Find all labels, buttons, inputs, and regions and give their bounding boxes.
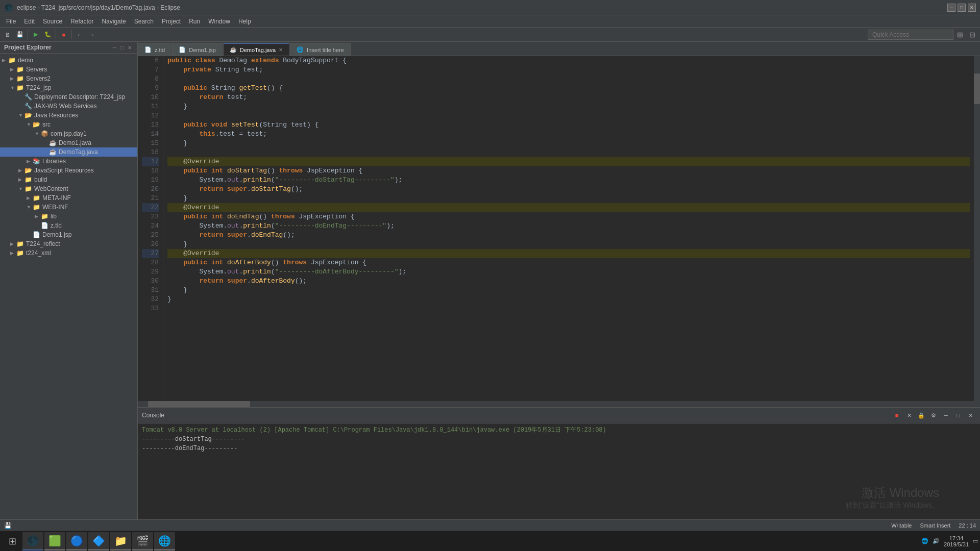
tab-close[interactable]: ✕: [279, 47, 283, 53]
tree-item-t224_xml[interactable]: ▶📁t224_xml: [0, 248, 137, 258]
code-editor[interactable]: 6789101112131415161718192021222324252627…: [138, 56, 980, 401]
tree-item-demotagjava[interactable]: ☕DemoTag.java: [0, 147, 137, 157]
sidebar-minimize[interactable]: ─: [111, 44, 118, 51]
close-button[interactable]: ✕: [968, 4, 976, 12]
editor-scrollbar[interactable]: [974, 56, 980, 401]
start-button[interactable]: ⊞: [2, 532, 22, 550]
taskbar-show-desktop[interactable]: ▭: [973, 538, 978, 544]
tree-item-demo1java[interactable]: ☕Demo1.java: [0, 138, 137, 147]
code-line: System.out.println("---------doStartTag-…: [167, 176, 970, 185]
tab-demotag-java[interactable]: ☕DemoTag.java✕: [223, 43, 289, 56]
tree-item-t224_reflect[interactable]: ▶📁T224_reflect: [0, 239, 137, 248]
menu-item-file[interactable]: File: [2, 17, 20, 26]
horizontal-scrollbar[interactable]: [138, 401, 980, 407]
perspective-button[interactable]: ⊞: [954, 29, 966, 40]
menu-item-project[interactable]: Project: [158, 17, 185, 26]
code-line: [167, 74, 970, 84]
menu-item-search[interactable]: Search: [130, 17, 158, 26]
tree-item-java-resources[interactable]: ▼📂Java Resources: [0, 111, 137, 120]
menu-item-source[interactable]: Source: [39, 17, 66, 26]
debug-button[interactable]: 🐛: [42, 29, 54, 40]
line-number: 14: [142, 130, 159, 139]
tree-item-src[interactable]: ▼📂src: [0, 120, 137, 129]
window-title: eclipse - T224_jsp/src/com/jsp/day1/Demo…: [17, 4, 180, 11]
code-content[interactable]: public class DemoTag extends BodyTagSupp…: [163, 56, 974, 401]
tree-item-label: Deployment Descriptor: T224_jsp: [34, 93, 125, 101]
window-controls: ─ □ ✕: [947, 4, 976, 12]
menu-item-run[interactable]: Run: [185, 17, 204, 26]
tree-item-z.tld[interactable]: 📄z.tld: [0, 221, 137, 230]
console-settings[interactable]: ⚙: [928, 410, 939, 421]
save-button[interactable]: 💾: [14, 29, 26, 40]
menu-item-refactor[interactable]: Refactor: [66, 17, 97, 26]
console-scroll-lock[interactable]: 🔒: [916, 410, 927, 421]
tab-z-tld[interactable]: 📄z.tld: [138, 43, 172, 56]
new-button[interactable]: 🗎: [2, 29, 13, 40]
minimize-button[interactable]: ─: [947, 4, 955, 12]
sidebar-maximize[interactable]: □: [119, 44, 125, 51]
code-line: }: [167, 194, 970, 203]
tree-item-servers[interactable]: ▶📁Servers: [0, 65, 137, 74]
tree-item-jax-ws[interactable]: 🔧JAX-WS Web Services: [0, 102, 137, 111]
tree-item-servers2[interactable]: ▶📁Servers2: [0, 74, 137, 83]
code-line: System.out.println("---------doAfterBody…: [167, 267, 970, 277]
taskbar-chrome[interactable]: 🔵: [66, 532, 87, 550]
code-line: @Override: [167, 157, 970, 166]
tree-item-deployment[interactable]: 🔧Deployment Descriptor: T224_jsp: [0, 92, 137, 102]
taskbar-explorer[interactable]: 📁: [110, 532, 131, 550]
console-stop[interactable]: ■: [891, 410, 902, 421]
tree-item-demo[interactable]: ▶📁demo: [0, 56, 137, 65]
tree-arrow: ▶: [27, 195, 33, 201]
main-area: Project Explorer ─ □ ✕ ▶📁demo▶📁Servers▶📁…: [0, 42, 980, 519]
tree-item-webcontent[interactable]: ▼📁WebContent: [0, 184, 137, 193]
run-button[interactable]: ▶: [30, 29, 41, 40]
line-number: 19: [142, 176, 159, 185]
sidebar-close[interactable]: ✕: [126, 44, 133, 51]
console-clear[interactable]: ✕: [903, 410, 915, 421]
file-tree: ▶📁demo▶📁Servers▶📁Servers2▼📁T224_jsp🔧Depl…: [0, 54, 137, 519]
back-button[interactable]: ←: [74, 29, 85, 40]
tree-item-demo1jsp[interactable]: 📄Demo1.jsp: [0, 230, 137, 239]
line-number: 16: [142, 148, 159, 157]
menu-item-window[interactable]: Window: [204, 17, 234, 26]
taskbar-eclipse[interactable]: 🌑: [22, 532, 43, 550]
horizontal-scrollbar-thumb[interactable]: [148, 401, 250, 407]
forward-button[interactable]: →: [86, 29, 97, 40]
tree-item-web-inf[interactable]: ▼📁WEB-INF: [0, 203, 137, 212]
sidebar: Project Explorer ─ □ ✕ ▶📁demo▶📁Servers▶📁…: [0, 42, 138, 519]
console-maximize[interactable]: □: [952, 410, 964, 421]
taskbar-notepad[interactable]: 🟩: [44, 532, 65, 550]
line-number: 26: [142, 240, 159, 249]
view-button[interactable]: ⊟: [967, 29, 978, 40]
tree-item-lib[interactable]: ▶📁lib: [0, 212, 137, 221]
tree-item-t224_jsp[interactable]: ▼📁T224_jsp: [0, 83, 137, 92]
tree-item-libraries[interactable]: ▶📚Libraries: [0, 157, 137, 166]
file-icon: 💾: [4, 522, 12, 529]
tree-arrow: ▶: [10, 76, 16, 81]
taskbar-ie[interactable]: 🌐: [154, 532, 175, 550]
quick-access-input[interactable]: [868, 30, 953, 40]
code-line: public class DemoTag extends BodyTagSupp…: [167, 56, 970, 65]
tree-item-meta-inf[interactable]: ▶📁META-INF: [0, 193, 137, 203]
taskbar-app3[interactable]: 🔷: [88, 532, 109, 550]
console-minimize[interactable]: ─: [940, 410, 951, 421]
tree-item-build[interactable]: ▶📁build: [0, 175, 137, 184]
line-number: 18: [142, 166, 159, 176]
tree-item-label: META-INF: [42, 194, 71, 202]
console-close[interactable]: ✕: [965, 410, 976, 421]
taskbar-media[interactable]: 🎬: [132, 532, 153, 550]
tree-item-label: T224_reflect: [26, 240, 60, 247]
tree-item-label: z.tld: [51, 222, 62, 229]
code-line: }: [167, 139, 970, 148]
menu-item-edit[interactable]: Edit: [20, 17, 39, 26]
tree-item-com.jsp.day1[interactable]: ▼📦com.jsp.day1: [0, 129, 137, 138]
tree-item-javascript-resources[interactable]: ▶📂JavaScript Resources: [0, 166, 137, 175]
menu-item-help[interactable]: Help: [234, 17, 255, 26]
scrollbar-thumb[interactable]: [974, 73, 980, 104]
maximize-button[interactable]: □: [958, 4, 966, 12]
tab-insert-title[interactable]: 🌐Insert title here: [290, 43, 351, 56]
editor-area: 📄z.tld📄Demo1.jsp☕DemoTag.java✕🌐Insert ti…: [138, 42, 980, 519]
stop-button[interactable]: ■: [58, 29, 69, 40]
menu-item-navigate[interactable]: Navigate: [97, 17, 130, 26]
tab-demo1-jsp[interactable]: 📄Demo1.jsp: [172, 43, 223, 56]
